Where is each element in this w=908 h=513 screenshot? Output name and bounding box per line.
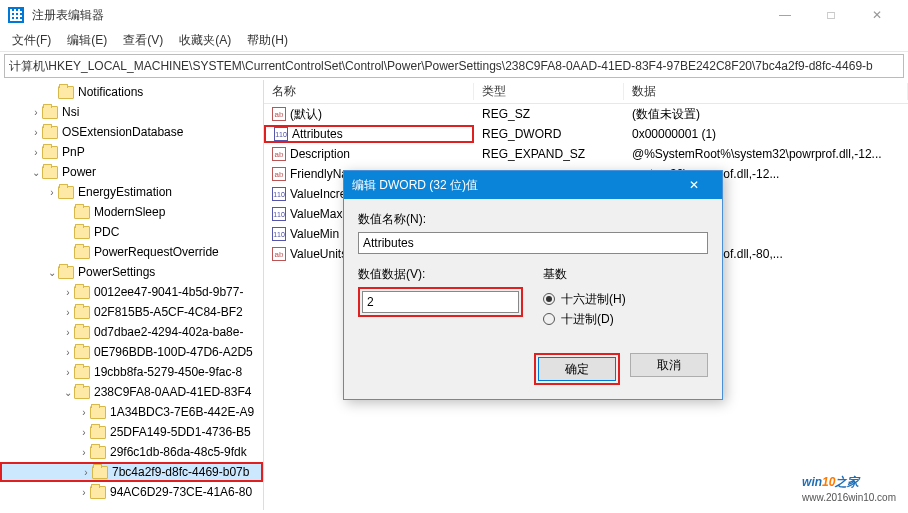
address-bar[interactable]: 计算机\HKEY_LOCAL_MACHINE\SYSTEM\CurrentCon… [4, 54, 904, 78]
dialog-title-text: 编辑 DWORD (32 位)值 [352, 177, 478, 194]
window-titlebar: 注册表编辑器 — □ ✕ [0, 0, 908, 30]
header-name[interactable]: 名称 [264, 83, 474, 100]
cancel-button[interactable]: 取消 [630, 353, 708, 377]
ok-button[interactable]: 确定 [538, 357, 616, 381]
chevron-icon[interactable]: › [78, 447, 90, 458]
binary-icon: 110 [272, 187, 286, 201]
chevron-icon[interactable]: ⌄ [46, 267, 58, 278]
chevron-icon[interactable]: › [62, 367, 74, 378]
value-type: REG_EXPAND_SZ [474, 147, 624, 161]
tree-node[interactable]: Notifications [0, 82, 263, 102]
list-row[interactable]: 110AttributesREG_DWORD0x00000001 (1) [264, 124, 908, 144]
menu-file[interactable]: 文件(F) [4, 32, 59, 49]
tree-node[interactable]: ›0012ee47-9041-4b5d-9b77- [0, 282, 263, 302]
radio-dec-icon [543, 313, 555, 325]
tree-label: 0d7dbae2-4294-402a-ba8e- [94, 325, 243, 339]
list-row[interactable]: abDescriptionREG_EXPAND_SZ@%SystemRoot%\… [264, 144, 908, 164]
chevron-icon[interactable]: › [62, 287, 74, 298]
folder-icon [74, 326, 90, 339]
folder-icon [74, 226, 90, 239]
chevron-icon[interactable]: › [78, 427, 90, 438]
menu-edit[interactable]: 编辑(E) [59, 32, 115, 49]
menu-help[interactable]: 帮助(H) [239, 32, 296, 49]
dialog-close-button[interactable]: ✕ [674, 178, 714, 192]
folder-icon [42, 146, 58, 159]
tree-label: 29f6c1db-86da-48c5-9fdk [110, 445, 247, 459]
registry-tree[interactable]: Notifications›Nsi›OSExtensionDatabase›Pn… [0, 80, 264, 510]
folder-icon [58, 186, 74, 199]
tree-node[interactable]: ›19cbb8fa-5279-450e-9fac-8 [0, 362, 263, 382]
folder-icon [90, 486, 106, 499]
tree-node[interactable]: ⌄Power [0, 162, 263, 182]
chevron-icon[interactable]: › [80, 467, 92, 478]
string-icon: ab [272, 107, 286, 121]
chevron-icon[interactable]: › [30, 107, 42, 118]
tree-label: 25DFA149-5DD1-4736-B5 [110, 425, 251, 439]
tree-node[interactable]: ›Nsi [0, 102, 263, 122]
tree-node[interactable]: ›EnergyEstimation [0, 182, 263, 202]
minimize-button[interactable]: — [762, 0, 808, 30]
address-path: 计算机\HKEY_LOCAL_MACHINE\SYSTEM\CurrentCon… [9, 58, 873, 75]
tree-node[interactable]: ⌄PowerSettings [0, 262, 263, 282]
header-type[interactable]: 类型 [474, 83, 624, 100]
maximize-button[interactable]: □ [808, 0, 854, 30]
folder-icon [42, 106, 58, 119]
close-button[interactable]: ✕ [854, 0, 900, 30]
regedit-icon [8, 7, 24, 23]
chevron-icon[interactable]: › [30, 147, 42, 158]
binary-icon: 110 [272, 227, 286, 241]
chevron-icon[interactable]: › [62, 347, 74, 358]
tree-node[interactable]: ›29f6c1db-86da-48c5-9fdk [0, 442, 263, 462]
tree-node[interactable]: ›25DFA149-5DD1-4736-B5 [0, 422, 263, 442]
list-header: 名称 类型 数据 [264, 80, 908, 104]
folder-icon [74, 366, 90, 379]
tree-node[interactable]: ModernSleep [0, 202, 263, 222]
chevron-icon[interactable]: › [62, 307, 74, 318]
value-name-input[interactable] [358, 232, 708, 254]
folder-icon [42, 126, 58, 139]
chevron-icon[interactable]: › [62, 327, 74, 338]
tree-label: PowerSettings [78, 265, 155, 279]
tree-label: PDC [94, 225, 119, 239]
chevron-icon[interactable]: › [46, 187, 58, 198]
base-label: 基数 [543, 266, 708, 283]
tree-node[interactable]: PowerRequestOverride [0, 242, 263, 262]
tree-node[interactable]: ›7bc4a2f9-d8fc-4469-b07b [0, 462, 263, 482]
chevron-icon[interactable]: ⌄ [62, 387, 74, 398]
menu-view[interactable]: 查看(V) [115, 32, 171, 49]
radio-dec[interactable]: 十进制(D) [543, 309, 708, 329]
tree-node[interactable]: ›OSExtensionDatabase [0, 122, 263, 142]
tree-node[interactable]: ›02F815B5-A5CF-4C84-BF2 [0, 302, 263, 322]
tree-label: 0012ee47-9041-4b5d-9b77- [94, 285, 243, 299]
value-data-input[interactable] [362, 291, 519, 313]
value-name: ValueMax [290, 207, 342, 221]
watermark: win10之家 www.2016win10.com [802, 466, 896, 503]
list-row[interactable]: ab(默认)REG_SZ(数值未设置) [264, 104, 908, 124]
menu-bar: 文件(F) 编辑(E) 查看(V) 收藏夹(A) 帮助(H) [0, 30, 908, 52]
tree-label: EnergyEstimation [78, 185, 172, 199]
tree-node[interactable]: ›0d7dbae2-4294-402a-ba8e- [0, 322, 263, 342]
folder-icon [90, 446, 106, 459]
string-icon: ab [272, 147, 286, 161]
menu-favorites[interactable]: 收藏夹(A) [171, 32, 239, 49]
header-data[interactable]: 数据 [624, 83, 908, 100]
chevron-icon[interactable]: ⌄ [30, 167, 42, 178]
tree-node[interactable]: ⌄238C9FA8-0AAD-41ED-83F4 [0, 382, 263, 402]
chevron-icon[interactable]: › [30, 127, 42, 138]
dialog-titlebar[interactable]: 编辑 DWORD (32 位)值 ✕ [344, 171, 722, 199]
tree-label: OSExtensionDatabase [62, 125, 183, 139]
tree-node[interactable]: ›PnP [0, 142, 263, 162]
tree-node[interactable]: ›94AC6D29-73CE-41A6-80 [0, 482, 263, 502]
radio-hex[interactable]: 十六进制(H) [543, 289, 708, 309]
tree-label: 94AC6D29-73CE-41A6-80 [110, 485, 252, 499]
tree-node[interactable]: ›0E796BDB-100D-47D6-A2D5 [0, 342, 263, 362]
value-data: @%SystemRoot%\system32\powrprof.dll,-12.… [624, 147, 908, 161]
folder-icon [58, 86, 74, 99]
value-name: (默认) [290, 106, 322, 123]
tree-label: 1A34BDC3-7E6B-442E-A9 [110, 405, 254, 419]
chevron-icon[interactable]: › [78, 407, 90, 418]
chevron-icon[interactable]: › [78, 487, 90, 498]
tree-node[interactable]: PDC [0, 222, 263, 242]
folder-icon [42, 166, 58, 179]
tree-node[interactable]: ›1A34BDC3-7E6B-442E-A9 [0, 402, 263, 422]
